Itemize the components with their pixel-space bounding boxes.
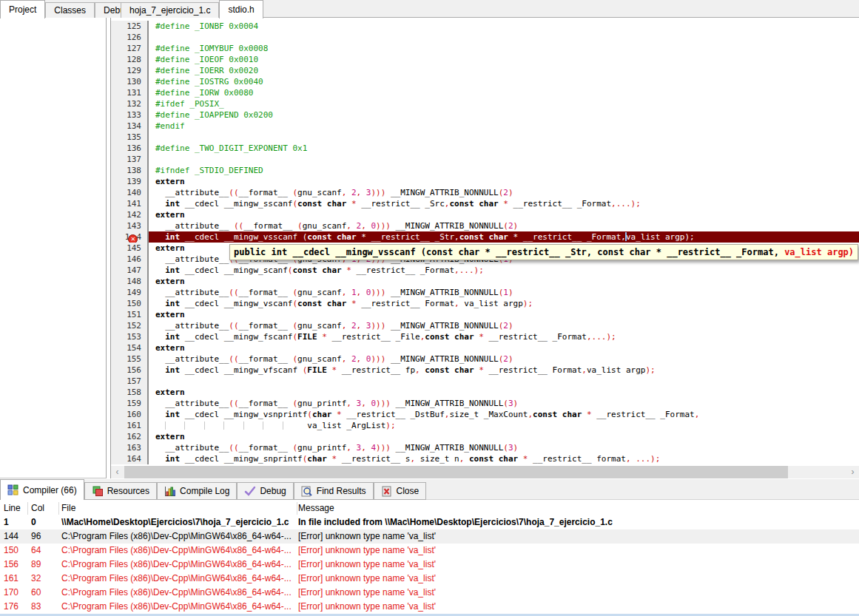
code-line[interactable]: 137 <box>111 154 859 165</box>
report-tab-compiler-66-[interactable]: Compiler (66) <box>0 479 84 500</box>
code-token: , <box>361 399 366 408</box>
code-line[interactable]: 141 int __cdecl __mingw_sscanf(const cha… <box>111 198 859 209</box>
code-token: ( <box>503 221 508 231</box>
code-line[interactable]: 136#define _TWO_DIGIT_EXPONENT 0x1 <box>111 143 859 154</box>
cell-line: 176 <box>4 600 27 614</box>
code-line[interactable]: 129#define _IOERR 0x0020 <box>111 65 859 76</box>
line-number: 134 <box>111 121 149 132</box>
code-line[interactable]: 162extern <box>111 431 859 442</box>
code-line[interactable]: 148extern <box>111 276 859 287</box>
code-token <box>229 221 234 231</box>
project-browser-panel[interactable] <box>0 18 107 478</box>
error-row[interactable]: 10\\Mac\Home\Desktop\Ejercicios\7\hoja_7… <box>0 515 859 529</box>
code-line[interactable]: 1✕4 int __cdecl __mingw_vsscanf (const c… <box>111 231 859 243</box>
code-line[interactable]: 132#ifdef _POSIX_ <box>111 98 859 109</box>
code-line[interactable]: 135 <box>111 132 859 143</box>
report-tab-label: Find Results <box>317 486 366 496</box>
code-token: const <box>307 232 331 242</box>
code-line[interactable]: 154extern <box>111 342 859 353</box>
code-line[interactable]: 133#define _IOAPPEND 0x0200 <box>111 109 859 121</box>
scrollbar-thumb[interactable] <box>124 466 788 478</box>
error-row[interactable]: 17683C:\Program Files (x86)\Dev-Cpp\MinG… <box>0 600 859 614</box>
code-token: __cdecl <box>185 454 219 464</box>
report-tab-compile-log[interactable]: Compile Log <box>157 482 237 500</box>
code-area[interactable]: 125#define _IONBF 0x0004126127#define _I… <box>111 18 859 468</box>
scrollbar-right-arrow-icon[interactable]: › <box>846 466 859 478</box>
report-tab-close[interactable]: Close <box>374 482 427 500</box>
code-token: char <box>327 199 347 209</box>
code-line[interactable]: 130#define _IOSTRG 0x0040 <box>111 76 859 87</box>
code-token: char <box>327 299 347 308</box>
error-row[interactable]: 15689C:\Program Files (x86)\Dev-Cpp\MinG… <box>0 558 859 572</box>
code-token: ); <box>645 365 655 375</box>
code-line[interactable]: 158extern <box>111 387 859 398</box>
code-token <box>219 199 224 209</box>
code-line[interactable]: 160 int __cdecl __mingw_vsnprintf(char *… <box>111 409 859 420</box>
code-token: ,...); <box>587 332 616 342</box>
code-token <box>219 332 224 342</box>
code-token: ) <box>508 288 513 297</box>
code-token: __mingw_vsnprintf <box>224 410 308 419</box>
code-line[interactable]: 161 va_list _ArgList); <box>111 420 859 431</box>
code-line[interactable]: 139extern <box>111 176 859 187</box>
error-list-header: Line Col File Message <box>0 501 859 515</box>
code-line[interactable]: 128#define _IOEOF 0x0010 <box>111 54 859 65</box>
tab-classes[interactable]: Classes <box>45 2 95 18</box>
code-line[interactable]: 147 int __cdecl __mingw_scanf(const char… <box>111 265 859 276</box>
code-token: ) <box>508 321 513 331</box>
code-line[interactable]: 156 int __cdecl __mingw_vfscanf (FILE * … <box>111 365 859 376</box>
code-line[interactable]: 150 int __cdecl __mingw_vscanf(const cha… <box>111 298 859 309</box>
scrollbar-left-arrow-icon[interactable]: ‹ <box>111 466 124 478</box>
editor-tab-hoja-7-ejercicio-1-c[interactable]: hoja_7_ejercicio_1.c <box>121 2 219 18</box>
code-line[interactable]: 152 __attribute__((__format__ (gnu_scanf… <box>111 320 859 331</box>
report-tab-debug[interactable]: Debug <box>237 482 293 500</box>
code-token: ))) <box>376 443 391 453</box>
column-header-message[interactable]: Message <box>298 501 856 515</box>
editor-horizontal-scrollbar[interactable]: ‹ › <box>111 466 859 478</box>
line-number: 133 <box>111 109 149 121</box>
code-token: * <box>361 232 366 242</box>
code-token <box>155 265 165 275</box>
error-row[interactable]: 16132C:\Program Files (x86)\Dev-Cpp\MinG… <box>0 572 859 586</box>
code-token <box>155 288 165 297</box>
code-line-text: __attribute__((__format__ (gnu_printf, 3… <box>149 398 859 409</box>
code-line[interactable]: 127#define _IOMYBUF 0x0008 <box>111 43 859 54</box>
declaration-tooltip: public int __cdecl __mingw_vsscanf (cons… <box>229 244 858 260</box>
code-line[interactable]: 140 __attribute__((__format__ (gnu_scanf… <box>111 187 859 198</box>
column-header-line[interactable]: Line <box>4 501 27 515</box>
code-token <box>219 299 224 308</box>
code-line[interactable]: 155 __attribute__((__format__ (gnu_scanf… <box>111 353 859 365</box>
tab-project[interactable]: Project <box>0 0 45 18</box>
code-line[interactable]: 153 int __cdecl __mingw_fscanf(FILE * __… <box>111 331 859 342</box>
code-token: ...); <box>636 454 660 464</box>
code-line[interactable]: 134#endif <box>111 121 859 132</box>
code-token <box>361 354 366 364</box>
code-token: __MINGW_ATTRIB_NONNULL <box>391 321 499 331</box>
editor-tab-stdio-h[interactable]: stdio.h <box>219 0 263 18</box>
code-token: __restrict__ <box>488 332 547 342</box>
code-line[interactable]: 151extern <box>111 309 859 320</box>
code-line[interactable]: 125#define _IONBF 0x0004 <box>111 21 859 32</box>
code-token: extern <box>155 343 185 353</box>
code-line-text: int __cdecl __mingw_vscanf(const char * … <box>149 298 859 309</box>
code-token: va_list <box>587 365 621 375</box>
error-row[interactable]: 15064C:\Program Files (x86)\Dev-Cpp\MinG… <box>0 544 859 558</box>
code-line[interactable]: 163 __attribute__((__format__ (gnu_print… <box>111 442 859 453</box>
report-tab-resources[interactable]: Resources <box>84 482 157 500</box>
report-tab-find-results[interactable]: Find Results <box>294 482 374 500</box>
column-header-col[interactable]: Col <box>31 501 58 515</box>
code-line[interactable]: 164 int __cdecl __mingw_snprintf(char * … <box>111 453 859 464</box>
code-line[interactable]: 159 __attribute__((__format__ (gnu_print… <box>111 398 859 409</box>
code-line[interactable]: 142extern <box>111 209 859 220</box>
code-token <box>346 199 351 209</box>
error-row[interactable]: 14496C:\Program Files (x86)\Dev-Cpp\MinG… <box>0 529 859 544</box>
code-line[interactable]: 126 <box>111 32 859 43</box>
code-line[interactable]: 131#define _IORW 0x0080 <box>111 87 859 98</box>
code-line[interactable]: 157 <box>111 376 859 387</box>
column-header-file[interactable]: File <box>61 501 295 515</box>
code-line[interactable]: 149 __attribute__((__format__ (gnu_scanf… <box>111 287 859 298</box>
code-line[interactable]: 143 __attribute__ ((__format__ (gnu_scan… <box>111 220 859 231</box>
code-token: 2 <box>351 321 357 331</box>
code-line[interactable]: 138#ifndef _STDIO_DEFINED <box>111 165 859 176</box>
error-row[interactable]: 17060C:\Program Files (x86)\Dev-Cpp\MinG… <box>0 586 859 600</box>
